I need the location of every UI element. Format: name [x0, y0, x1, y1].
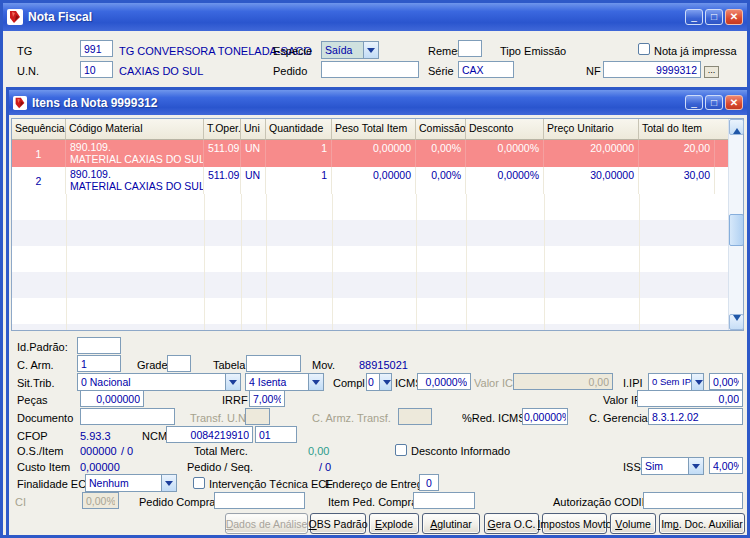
compl-label: Compl [333, 377, 365, 389]
obs-padrao-button[interactable]: OBS Padrão [310, 513, 366, 534]
c-armz-transf-label: C. Armz. Transf. [312, 412, 391, 424]
items-maximize-button[interactable]: □ [705, 95, 723, 110]
scroll-up-button[interactable] [729, 119, 744, 135]
scroll-down-button[interactable] [729, 314, 744, 330]
ncm-input[interactable] [166, 426, 253, 443]
compl-combo[interactable]: 0 [366, 373, 392, 391]
col-codigo[interactable]: Código Material [66, 119, 204, 140]
col-sequencia[interactable]: Sequência [12, 119, 66, 140]
pedido-compra-input[interactable] [214, 492, 305, 509]
minimize-icon: _ [691, 11, 697, 22]
os-item-value: 000000 [80, 445, 117, 457]
col-peso[interactable]: Peso Total Item [332, 119, 416, 140]
os-item-label: O.S./Item [17, 445, 63, 457]
tg-input[interactable] [80, 40, 113, 57]
chevron-down-icon[interactable] [363, 42, 378, 58]
id-padrao-label: Id.Padrão: [17, 341, 68, 353]
iss-pct-input[interactable] [709, 457, 743, 474]
aglutinar-button[interactable]: Aglutinar [422, 513, 480, 534]
total-merc-label: Total Merc. [194, 445, 248, 457]
c-arm-input[interactable] [77, 355, 121, 372]
item-ped-compra-input[interactable] [413, 492, 475, 509]
ncm-ex-input[interactable] [255, 426, 297, 443]
pedido-input[interactable] [321, 61, 419, 78]
nota-fiscal-window: Nota Fiscal _ □ ✕ TG TG CONVERSORA TONEL… [0, 0, 750, 538]
chevron-down-icon[interactable] [161, 475, 176, 491]
items-minimize-button[interactable]: _ [685, 95, 703, 110]
items-maximize-icon: □ [711, 97, 717, 108]
app-icon [7, 9, 23, 25]
desconto-informado-label: Desconto Informado [411, 445, 510, 457]
cell-codigo: 890.109.MATERIAL CAXIAS DO SUL [66, 167, 204, 194]
isencao-combo[interactable]: 4 Isenta [245, 373, 324, 391]
chevron-down-icon[interactable] [308, 374, 323, 390]
nf-label: NF [586, 65, 601, 77]
endereco-input[interactable] [419, 474, 439, 491]
nf-browse-button[interactable]: ... [704, 66, 719, 78]
tabela-input[interactable] [246, 355, 301, 372]
items-titlebar[interactable]: Itens da Nota 9999312 _ □ ✕ [9, 90, 747, 115]
items-close-button[interactable]: ✕ [725, 95, 743, 110]
chevron-down-icon[interactable] [379, 374, 391, 390]
especie-value: Saída [322, 42, 363, 58]
maximize-button[interactable]: □ [705, 9, 723, 25]
col-preco[interactable]: Preço Unitario [544, 119, 639, 140]
c-gerencial-input[interactable] [648, 408, 743, 425]
desconto-informado-checkbox[interactable] [395, 444, 407, 456]
col-comissao[interactable]: Comissão [416, 119, 466, 140]
gera-oc-button[interactable]: Gera O.C. [484, 513, 539, 534]
cell-preco: 30,00000 [544, 167, 639, 194]
main-titlebar[interactable]: Nota Fiscal _ □ ✕ [3, 3, 747, 31]
especie-combo[interactable]: Saída [321, 41, 379, 59]
table-row[interactable]: 2 890.109.MATERIAL CAXIAS DO SUL 511.09 … [12, 167, 743, 194]
col-total[interactable]: Total do Item [639, 119, 715, 140]
grade-input[interactable] [167, 355, 191, 372]
col-desconto[interactable]: Desconto [466, 119, 544, 140]
id-padrao-input[interactable] [77, 337, 121, 354]
cfop-label: CFOP [17, 430, 48, 442]
chevron-down-icon[interactable] [688, 458, 703, 474]
custo-item-label: Custo Item [17, 461, 70, 473]
iss-combo[interactable]: Sim [641, 457, 704, 475]
remessa-input[interactable] [458, 40, 482, 57]
iipi-combo[interactable]: 0 Sem IPI [648, 373, 704, 391]
icms-input[interactable] [417, 373, 471, 390]
autorizacao-codif-label: Autorização CODIF [553, 496, 648, 508]
irrf-input[interactable] [249, 390, 285, 407]
explode-button[interactable]: Explode [369, 513, 419, 534]
cell-seq: 2 [12, 167, 66, 194]
col-toper[interactable]: T.Oper. [204, 119, 241, 140]
iipi-pct-input[interactable] [709, 373, 743, 390]
close-button[interactable]: ✕ [725, 9, 743, 25]
window-title: Nota Fiscal [28, 10, 92, 24]
nf-input[interactable] [603, 61, 701, 78]
impostos-movto-button[interactable]: Impostos Movto [542, 513, 607, 534]
sit-trib-combo[interactable]: 0 Nacional [77, 373, 241, 391]
imp-doc-auxiliar-button[interactable]: Imp. Doc. Auxiliar [659, 513, 745, 534]
minimize-button[interactable]: _ [685, 9, 703, 25]
cell-uni: UN [241, 140, 266, 167]
c-armz-transf-input [398, 408, 432, 425]
valor-ipi-input[interactable] [637, 390, 743, 407]
grid-empty-area[interactable] [12, 194, 729, 330]
red-icms-input[interactable] [522, 408, 568, 425]
col-uni[interactable]: Uni [241, 119, 266, 140]
pecas-input[interactable] [80, 390, 144, 407]
col-quantidade[interactable]: Quantidade [266, 119, 332, 140]
un-input[interactable] [80, 61, 113, 78]
autorizacao-codif-input[interactable] [643, 492, 743, 509]
finalidade-combo[interactable]: Nenhum [85, 474, 177, 492]
vertical-scrollbar[interactable] [728, 119, 743, 330]
volume-button[interactable]: Volume [610, 513, 656, 534]
table-row-selected[interactable]: 1 890.109.MATERIAL CAXIAS DO SUL 511.09 … [12, 140, 743, 167]
chevron-down-icon[interactable] [225, 374, 240, 390]
scroll-thumb[interactable] [729, 214, 744, 246]
sit-trib-value: 0 Nacional [78, 374, 225, 390]
items-app-icon [13, 96, 27, 110]
documento-input[interactable] [80, 408, 175, 425]
chevron-down-icon[interactable] [691, 374, 703, 390]
serie-input[interactable] [458, 61, 514, 78]
nota-impressa-checkbox[interactable] [638, 43, 650, 55]
cell-total: 20,00 [639, 140, 715, 167]
intervencao-checkbox[interactable] [193, 477, 205, 489]
